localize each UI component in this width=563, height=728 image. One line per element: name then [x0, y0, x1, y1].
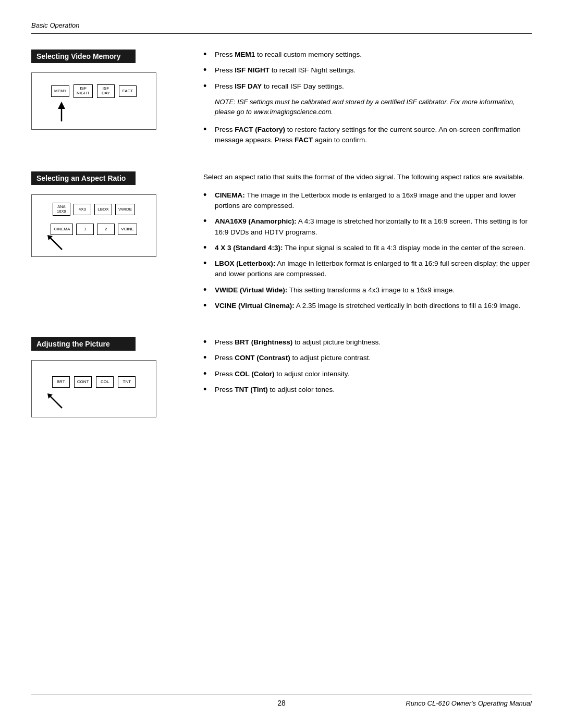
bullet-fact: • Press FACT (Factory) to restore factor… [203, 125, 532, 146]
bullet-brt: • Press BRT (Brightness) to adjust pictu… [203, 337, 532, 348]
heading-aspect-ratio: Selecting an Aspect Ratio [31, 171, 136, 185]
picture-buttons: BRT CONT COL TNT [32, 376, 156, 388]
manual-name: Runco CL-610 Owner's Operating Manual [365, 699, 532, 707]
bullet-mem1: • Press MEM1 to recall custom memory set… [203, 50, 532, 60]
header-section: Basic Operation [31, 21, 532, 34]
section-right-video-memory: • Press MEM1 to recall custom memory set… [198, 50, 532, 151]
btn-mem1: MEM1 [51, 85, 69, 97]
bullet-isf-night: • Press ISF NIGHT to recall ISF Night se… [203, 65, 532, 76]
btn-brt: BRT [52, 376, 70, 388]
section-left-video-memory: Selecting Video Memory MEM1 ISFNIGHT ISF… [31, 50, 198, 130]
bullet-lbox: • LBOX (Letterbox): An image in letterbo… [203, 258, 532, 280]
video-memory-extra-bullets: • Press FACT (Factory) to restore factor… [203, 125, 532, 146]
aspect-intro: Select an aspect ratio that suits the fo… [203, 171, 532, 183]
btn-isf-night: ISFNIGHT [74, 84, 93, 98]
heading-video-memory: Selecting Video Memory [31, 50, 136, 63]
section-right-adjust-picture: • Press BRT (Brightness) to adjust pictu… [198, 337, 532, 400]
bullet-tnt: • Press TNT (Tint) to adjust color tones… [203, 385, 532, 395]
header-divider [31, 33, 532, 34]
bullet-cinema: • CINEMA: The image in the Letterbox mod… [203, 190, 532, 212]
heading-adjust-picture: Adjusting the Picture [31, 337, 136, 351]
btn-4x3: 4X3 [74, 204, 91, 215]
video-memory-diagram: MEM1 ISFNIGHT ISFDAY FACT [31, 72, 156, 130]
aspect-ratio-diagram: ANA16X9 4X3 LBOX VWIDE CINEMA 1 2 VCINE [31, 194, 156, 257]
bullet-4x3: • 4 X 3 (Standard 4:3): The input signal… [203, 243, 532, 253]
section-left-aspect-ratio: Selecting an Aspect Ratio ANA16X9 4X3 LB… [31, 171, 198, 257]
btn-vwide: VWIDE [115, 204, 135, 215]
header-text: Basic Operation [31, 21, 80, 29]
video-memory-bullets: • Press MEM1 to recall custom memory set… [203, 50, 532, 92]
btn-2: 2 [97, 224, 115, 235]
btn-fact: FACT [119, 85, 137, 97]
adjust-picture-bullets: • Press BRT (Brightness) to adjust pictu… [203, 337, 532, 395]
btn-lbox: LBOX [94, 204, 112, 215]
btn-isf-day: ISFDAY [97, 84, 115, 98]
bullet-vwide: • VWIDE (Virtual Wide): This setting tra… [203, 285, 532, 295]
bullet-cont: • Press CONT (Contrast) to adjust pictur… [203, 353, 532, 363]
page-number: 28 [198, 699, 365, 707]
btn-col: COL [96, 376, 114, 388]
section-right-aspect-ratio: Select an aspect ratio that suits the fo… [198, 171, 532, 316]
svg-marker-1 [58, 102, 65, 109]
arrow-indicator [54, 102, 69, 124]
isf-note: NOTE: ISF settings must be calibrated an… [215, 97, 532, 117]
picture-diagram: BRT CONT COL TNT [31, 360, 156, 417]
svg-line-2 [50, 237, 62, 250]
page-footer: 28 Runco CL-610 Owner's Operating Manual [31, 694, 532, 707]
bullet-col: • Press COL (Color) to adjust color inte… [203, 369, 532, 379]
btn-tnt: TNT [118, 376, 136, 388]
aspect-arrow [45, 233, 64, 253]
video-memory-buttons: MEM1 ISFNIGHT ISFDAY FACT [32, 84, 156, 98]
section-adjust-picture: Adjusting the Picture BRT CONT COL TNT [31, 337, 532, 417]
aspect-ratio-bullets: • CINEMA: The image in the Letterbox mod… [203, 190, 532, 311]
aspect-row-1: ANA16X9 4X3 LBOX VWIDE [32, 203, 156, 216]
btn-cont: CONT [74, 376, 92, 388]
bullet-ana16x9: • ANA16X9 (Anamorphic): A 4:3 image is s… [203, 216, 532, 238]
section-video-memory: Selecting Video Memory MEM1 ISFNIGHT ISF… [31, 50, 532, 151]
svg-line-4 [50, 396, 62, 408]
picture-arrow [45, 391, 64, 412]
section-left-adjust-picture: Adjusting the Picture BRT CONT COL TNT [31, 337, 198, 417]
btn-ana16x9: ANA16X9 [53, 203, 70, 216]
bullet-isf-day: • Press ISF DAY to recall ISF Day settin… [203, 81, 532, 92]
section-aspect-ratio: Selecting an Aspect Ratio ANA16X9 4X3 LB… [31, 171, 532, 316]
page-container: Basic Operation Selecting Video Memory M… [0, 0, 563, 728]
btn-vcine: VCINE [118, 224, 137, 235]
bullet-vcine: • VCINE (Virtual Cinema): A 2.35 image i… [203, 301, 532, 311]
btn-1: 1 [76, 224, 94, 235]
